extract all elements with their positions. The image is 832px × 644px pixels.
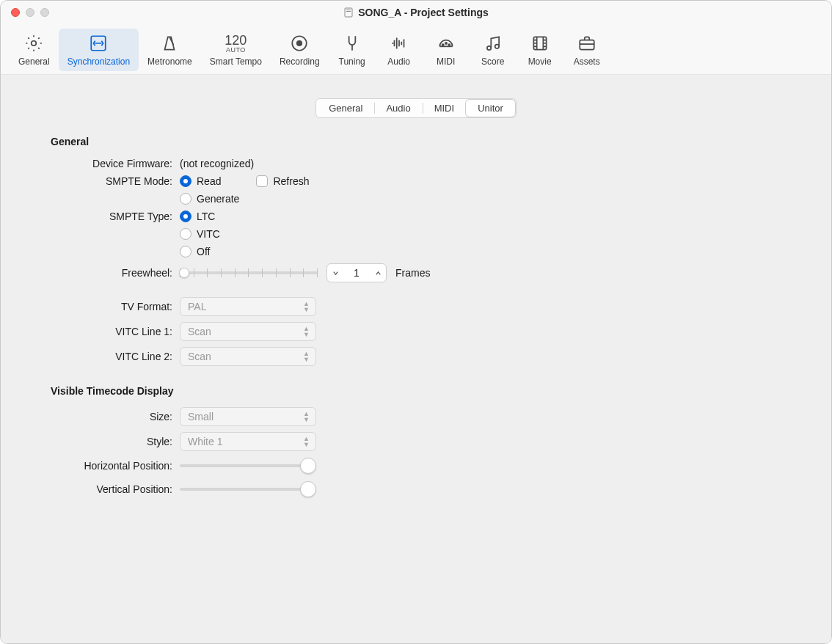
section-vtd-title: Visible Timecode Display	[51, 385, 800, 397]
radio-label: Off	[197, 246, 210, 257]
toolbar-midi[interactable]: MIDI	[423, 29, 470, 71]
film-icon	[528, 32, 552, 55]
gear-icon	[22, 32, 45, 55]
record-icon	[288, 32, 311, 55]
svg-rect-0	[345, 8, 352, 17]
subtab-general[interactable]: General	[317, 100, 374, 117]
label-vpos: Vertical Position:	[39, 483, 180, 495]
svg-point-9	[448, 44, 450, 45]
freewheel-slider[interactable]	[180, 264, 318, 282]
toolbar-label: Movie	[528, 56, 552, 67]
minimize-window-button[interactable]	[26, 8, 34, 17]
radio-smpte-generate[interactable]: Generate	[180, 193, 239, 205]
radio-smpte-vitc[interactable]: VITC	[180, 228, 220, 240]
svg-rect-2	[346, 11, 351, 12]
general-form: Device Firmware: (not recognized) SMPTE …	[39, 158, 800, 366]
radio-smpte-ltc[interactable]: LTC	[180, 211, 215, 222]
radio-icon	[180, 211, 191, 222]
toolbar-label: Smart Tempo	[210, 56, 262, 67]
style-select[interactable]: White 1 ▲▼	[180, 432, 316, 451]
waveform-icon	[387, 32, 411, 55]
titlebar: SONG_A - Project Settings	[1, 1, 831, 24]
subtabs: General Audio MIDI Unitor	[32, 98, 800, 118]
stepper-up-icon[interactable]	[370, 264, 386, 282]
checkbox-refresh[interactable]: Refresh	[256, 175, 309, 187]
subtab-audio[interactable]: Audio	[374, 100, 422, 117]
label-firmware: Device Firmware:	[39, 158, 180, 169]
toolbar-tuning[interactable]: Tuning	[329, 29, 376, 71]
radio-label: LTC	[197, 211, 215, 222]
label-size: Size:	[39, 411, 180, 422]
checkbox-icon	[256, 175, 268, 187]
stepper-down-icon[interactable]	[327, 264, 343, 282]
tuning-fork-icon	[340, 32, 364, 55]
radio-icon	[180, 193, 191, 205]
toolbar-movie[interactable]: Movie	[517, 29, 563, 71]
project-settings-window: SONG_A - Project Settings General Synchr…	[0, 0, 832, 644]
select-value: Scan	[188, 351, 211, 362]
segmented-control: General Audio MIDI Unitor	[315, 98, 517, 118]
toolbar-audio[interactable]: Audio	[376, 29, 423, 71]
svg-point-8	[445, 43, 447, 44]
window-title: SONG_A - Project Settings	[1, 7, 831, 18]
subtab-midi[interactable]: MIDI	[423, 100, 466, 117]
select-value: Scan	[188, 326, 211, 337]
svg-rect-13	[580, 40, 594, 50]
toolbar-general[interactable]: General	[10, 29, 59, 71]
freewheel-stepper[interactable]: 1	[326, 263, 387, 282]
freewheel-unit: Frames	[395, 267, 430, 279]
tv-format-select[interactable]: PAL ▲▼	[180, 297, 316, 316]
radio-smpte-off[interactable]: Off	[180, 246, 210, 257]
section-general-title: General	[51, 136, 800, 147]
slider-thumb[interactable]	[300, 481, 316, 497]
vitc1-select[interactable]: Scan ▲▼	[180, 322, 316, 341]
size-select[interactable]: Small ▲▼	[180, 407, 316, 426]
briefcase-icon	[575, 32, 599, 55]
subtab-label: Audio	[386, 103, 410, 114]
slider-thumb[interactable]	[300, 458, 316, 474]
toolbar-metronome[interactable]: Metronome	[139, 29, 201, 71]
label-vitc2: VITC Line 2:	[39, 351, 180, 362]
toolbar-smart-tempo[interactable]: 120 AUTO Smart Tempo	[201, 29, 271, 71]
label-tv-format: TV Format:	[39, 301, 180, 312]
toolbar-label: MIDI	[437, 56, 455, 67]
subtab-label: MIDI	[434, 103, 454, 114]
subtab-unitor[interactable]: Unitor	[466, 100, 515, 117]
zoom-window-button[interactable]	[40, 8, 49, 17]
toolbar-synchronization[interactable]: Synchronization	[59, 29, 139, 71]
checkbox-label: Refresh	[273, 175, 309, 187]
svg-point-3	[32, 41, 37, 46]
chevron-updown-icon: ▲▼	[303, 436, 310, 447]
label-vitc1: VITC Line 1:	[39, 326, 180, 337]
toolbar-assets[interactable]: Assets	[563, 29, 610, 71]
toolbar-recording[interactable]: Recording	[271, 29, 329, 71]
tempo-auto: AUTO	[226, 47, 246, 54]
window-controls	[1, 8, 49, 17]
toolbar-label: Assets	[574, 56, 600, 67]
toolbar-label: Recording	[280, 56, 320, 67]
slider-thumb[interactable]	[179, 268, 189, 278]
toolbar-label: Synchronization	[67, 56, 130, 67]
select-value: PAL	[188, 301, 206, 312]
midi-icon	[434, 32, 458, 55]
close-window-button[interactable]	[11, 8, 20, 17]
metronome-icon	[158, 32, 181, 55]
toolbar-score[interactable]: Score	[470, 29, 517, 71]
radio-smpte-read[interactable]: Read	[180, 175, 221, 187]
radio-icon	[180, 246, 191, 257]
toolbar-label: General	[18, 56, 50, 67]
chevron-updown-icon: ▲▼	[303, 326, 310, 337]
vtd-form: Size: Small ▲▼ Style: White 1 ▲▼ Horizon…	[39, 407, 800, 498]
chevron-updown-icon: ▲▼	[303, 351, 310, 362]
chevron-updown-icon: ▲▼	[303, 411, 310, 422]
vpos-slider[interactable]	[180, 480, 316, 498]
hpos-slider[interactable]	[180, 457, 316, 475]
window-title-text: SONG_A - Project Settings	[358, 7, 489, 18]
label-smpte-type: SMPTE Type:	[39, 211, 180, 222]
toolbar-label: Audio	[387, 56, 410, 67]
label-freewheel: Freewheel:	[39, 267, 180, 279]
select-value: Small	[188, 411, 214, 422]
svg-point-6	[297, 41, 302, 46]
vitc2-select[interactable]: Scan ▲▼	[180, 347, 316, 366]
toolbar-label: Score	[481, 56, 504, 67]
